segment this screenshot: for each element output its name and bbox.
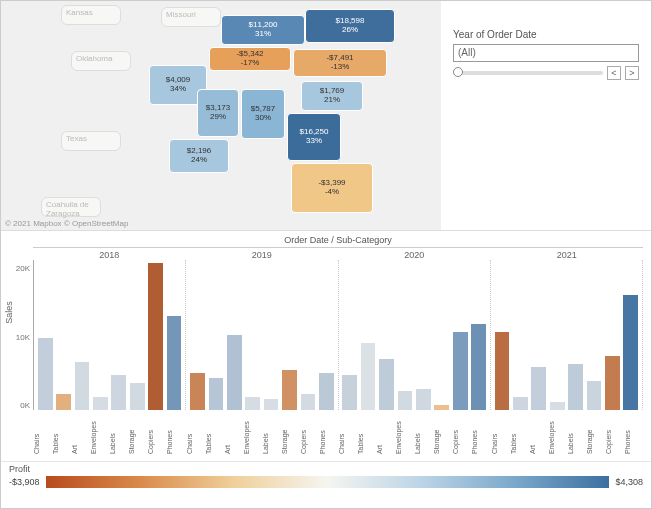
- bar[interactable]: [568, 364, 583, 410]
- x-label: Envelopes: [395, 410, 414, 456]
- state-north-carolina[interactable]: -$7,491-13%: [293, 49, 387, 77]
- filter-title: Year of Order Date: [453, 29, 639, 40]
- year-group-2019: [186, 260, 338, 410]
- state-georgia[interactable]: $16,25033%: [287, 113, 341, 161]
- bar[interactable]: [56, 394, 71, 410]
- bar-col: [36, 260, 54, 410]
- state-louisiana[interactable]: $2,19624%: [169, 139, 229, 173]
- state-tennessee[interactable]: -$5,342-17%: [209, 47, 291, 71]
- year-filter-dropdown[interactable]: (All): [453, 44, 639, 62]
- bar-col: [548, 260, 566, 410]
- state-florida[interactable]: -$3,399-4%: [291, 163, 373, 213]
- bar-col: [262, 260, 280, 410]
- bar[interactable]: [38, 338, 53, 410]
- bar[interactable]: [209, 378, 224, 410]
- bar[interactable]: [190, 373, 205, 411]
- x-label: Storage: [586, 410, 605, 456]
- legend-min: -$3,908: [9, 477, 40, 487]
- bar[interactable]: [531, 367, 546, 410]
- bg-state: Oklahoma: [71, 51, 131, 71]
- bar[interactable]: [398, 391, 413, 410]
- map-attribution: © 2021 Mapbox © OpenStreetMap: [5, 219, 128, 228]
- x-label: Phones: [624, 410, 643, 456]
- state-south-carolina[interactable]: $1,76921%: [301, 81, 363, 111]
- year-header: 2018: [33, 247, 186, 260]
- bar-col: [341, 260, 359, 410]
- slider-prev-button[interactable]: <: [607, 66, 621, 80]
- bar[interactable]: [130, 383, 145, 410]
- slider-thumb[interactable]: [453, 67, 463, 77]
- bar[interactable]: [167, 316, 182, 410]
- x-label: Tables: [205, 410, 224, 456]
- year-group-2020: [339, 260, 491, 410]
- bar[interactable]: [301, 394, 316, 410]
- bar[interactable]: [227, 335, 242, 410]
- bar[interactable]: [605, 356, 620, 410]
- bar[interactable]: [587, 381, 602, 410]
- bar-col: [359, 260, 377, 410]
- bar[interactable]: [361, 343, 376, 410]
- bar[interactable]: [513, 397, 528, 410]
- year-header: 2020: [338, 247, 491, 260]
- x-label: Art: [529, 410, 548, 456]
- bar[interactable]: [379, 359, 394, 410]
- bar-col: [73, 260, 91, 410]
- x-label: Storage: [128, 410, 147, 456]
- bar[interactable]: [93, 397, 108, 410]
- bar-col: [585, 260, 603, 410]
- bar[interactable]: [623, 295, 638, 410]
- year-header: 2019: [186, 247, 339, 260]
- state-virginia[interactable]: $18,59826%: [305, 9, 395, 43]
- bar-col: [377, 260, 395, 410]
- bg-state: Coahuila de Zaragoza: [41, 197, 101, 217]
- sales-bar-chart[interactable]: Order Date / Sub-Category 20182019202020…: [1, 231, 651, 461]
- x-label: Envelopes: [90, 410, 109, 456]
- bar[interactable]: [75, 362, 90, 410]
- year-slider[interactable]: [453, 71, 603, 75]
- x-label: Phones: [471, 410, 490, 456]
- x-label: Copiers: [605, 410, 624, 456]
- bar-col: [566, 260, 584, 410]
- state-alabama[interactable]: $5,78730%: [241, 89, 285, 139]
- chart-title: Order Date / Sub-Category: [33, 235, 643, 245]
- bar[interactable]: [416, 389, 431, 410]
- bar-col: [493, 260, 511, 410]
- legend-title: Profit: [9, 464, 643, 474]
- bar[interactable]: [319, 373, 334, 411]
- x-label: Labels: [567, 410, 586, 456]
- x-label: Art: [376, 410, 395, 456]
- bar-col: [128, 260, 146, 410]
- state-kentucky[interactable]: $11,20031%: [221, 15, 305, 45]
- profit-map[interactable]: KansasMissouriOklahomaTexasCoahuila de Z…: [1, 1, 441, 230]
- legend-gradient: [46, 476, 610, 488]
- bar[interactable]: [282, 370, 297, 410]
- y-axis: 20K10K0K: [6, 260, 30, 410]
- bar[interactable]: [245, 397, 260, 410]
- bar[interactable]: [342, 375, 357, 410]
- bar-col: [299, 260, 317, 410]
- bar[interactable]: [550, 402, 565, 410]
- filter-panel: Year of Order Date (All) < >: [441, 1, 651, 230]
- bar-col: [396, 260, 414, 410]
- bar-col: [603, 260, 621, 410]
- slider-next-button[interactable]: >: [625, 66, 639, 80]
- bar-col: [188, 260, 206, 410]
- x-label: Envelopes: [243, 410, 262, 456]
- bar[interactable]: [148, 263, 163, 410]
- bar-col: [207, 260, 225, 410]
- x-label: Tables: [357, 410, 376, 456]
- legend-max: $4,308: [615, 477, 643, 487]
- bar[interactable]: [471, 324, 486, 410]
- x-label: Storage: [281, 410, 300, 456]
- bar[interactable]: [111, 375, 126, 410]
- year-group-2021: [491, 260, 643, 410]
- bar[interactable]: [495, 332, 510, 410]
- x-label: Tables: [52, 410, 71, 456]
- bar[interactable]: [453, 332, 468, 410]
- state-mississippi[interactable]: $3,17329%: [197, 89, 239, 137]
- x-label: Chairs: [186, 410, 205, 456]
- x-label: Copiers: [147, 410, 166, 456]
- x-label: Art: [71, 410, 90, 456]
- bar[interactable]: [264, 399, 279, 410]
- bar-col: [511, 260, 529, 410]
